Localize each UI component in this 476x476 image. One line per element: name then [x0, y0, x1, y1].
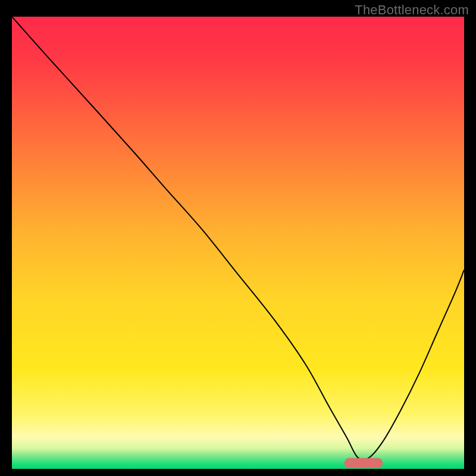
chart-frame: TheBottleneck.com	[0, 0, 476, 476]
bottleneck-chart	[12, 17, 464, 469]
gradient-background	[12, 17, 464, 469]
plot-area	[12, 17, 464, 469]
watermark-text: TheBottleneck.com	[355, 2, 469, 18]
optimal-range-marker	[345, 458, 383, 468]
